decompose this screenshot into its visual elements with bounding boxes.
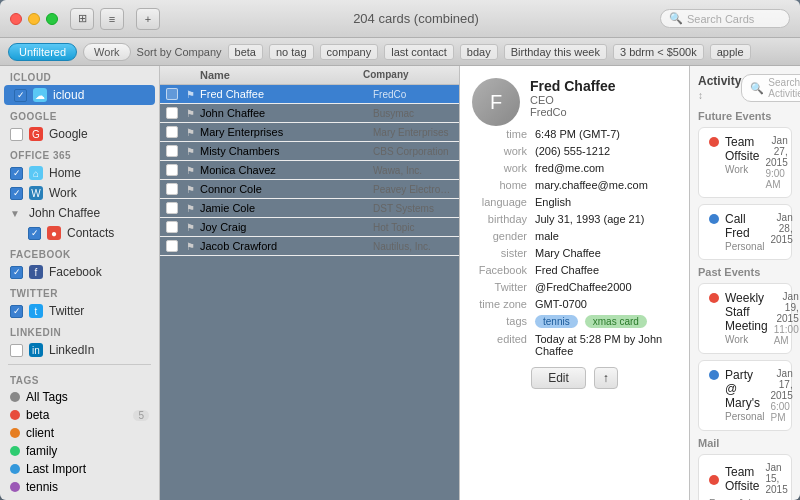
tag-item-Last-Import[interactable]: Last Import: [0, 460, 159, 478]
work-button[interactable]: Work: [83, 43, 130, 61]
filter-bday[interactable]: bday: [460, 44, 498, 60]
unfiltered-button[interactable]: Unfiltered: [8, 43, 77, 61]
minimize-button[interactable]: [28, 13, 40, 25]
google-checkbox[interactable]: [10, 128, 23, 141]
event-date-block: Jan 28, 2015: [770, 212, 792, 245]
detail-field-row: Twitter @FredChaffee2000: [472, 281, 677, 293]
tag-item-All-Tags[interactable]: All Tags: [0, 388, 159, 406]
sidebar-item-office-home[interactable]: ⌂ Home: [0, 163, 159, 183]
activity-search[interactable]: 🔍 Search Activities: [741, 74, 800, 102]
event-date: Jan 17, 2015: [770, 368, 792, 401]
mail-item[interactable]: Team Offsite Jan 15, 2015 From: John Cha…: [698, 454, 792, 500]
facebook-checkbox[interactable]: [10, 266, 23, 279]
filter-company[interactable]: company: [320, 44, 379, 60]
event-dot: [709, 293, 719, 303]
share-button[interactable]: ↑: [594, 367, 618, 389]
name-col-header[interactable]: Name: [200, 69, 363, 81]
linkedin-checkbox[interactable]: [10, 344, 23, 357]
row-checkbox[interactable]: [166, 88, 186, 100]
sidebar-item-contacts[interactable]: ● Contacts: [0, 223, 159, 243]
tag-count: 5: [133, 410, 149, 421]
detail-value: fred@me.com: [535, 162, 677, 174]
google-header: GOOGLE: [0, 105, 159, 124]
contact-row[interactable]: ⚑ Jacob Crawford Nautilus, Inc.: [160, 237, 459, 256]
tag-tennis[interactable]: tennis: [535, 315, 578, 328]
event-info: Weekly Staff Meeting Work: [725, 291, 768, 345]
contacts-checkbox[interactable]: [28, 227, 41, 240]
edit-button[interactable]: Edit: [531, 367, 586, 389]
sidebar-item-facebook[interactable]: f Facebook: [0, 262, 159, 282]
contact-name: Fred Chaffee: [200, 88, 373, 100]
tag-item-client[interactable]: client: [0, 424, 159, 442]
company-col-header[interactable]: Company: [363, 69, 453, 81]
contact-company: Hot Topic: [373, 222, 453, 233]
sidebar-item-icloud[interactable]: ☁ icloud: [4, 85, 155, 105]
add-button[interactable]: +: [136, 8, 160, 30]
tag-item-family[interactable]: family: [0, 442, 159, 460]
grid-view-button[interactable]: ⊞: [70, 8, 94, 30]
past-event-item[interactable]: Weekly Staff Meeting Work Jan 19, 2015 1…: [698, 283, 792, 354]
row-checkbox[interactable]: [166, 164, 186, 176]
contacts-label: Contacts: [67, 226, 114, 240]
filter-apple[interactable]: apple: [710, 44, 751, 60]
office-home-checkbox[interactable]: [10, 167, 23, 180]
office-work-checkbox[interactable]: [10, 187, 23, 200]
row-checkbox[interactable]: [166, 183, 186, 195]
future-event-item[interactable]: Call Fred Personal Jan 28, 2015: [698, 204, 792, 260]
filter-beta[interactable]: beta: [228, 44, 263, 60]
contact-row[interactable]: ⚑ Monica Chavez Wawa, Inc.: [160, 161, 459, 180]
row-checkbox[interactable]: [166, 107, 186, 119]
contact-row[interactable]: ⚑ Jamie Cole DST Systems: [160, 199, 459, 218]
view-icons: ⊞ ≡: [70, 8, 124, 30]
sidebar-item-twitter[interactable]: t Twitter: [0, 301, 159, 321]
filter-notag[interactable]: no tag: [269, 44, 314, 60]
detail-key: work: [472, 162, 527, 174]
row-checkbox[interactable]: [166, 240, 186, 252]
sidebar-item-office-work[interactable]: W Work: [0, 183, 159, 203]
event-date-block: Jan 27, 2015 9:00 AM: [765, 135, 787, 190]
sidebar-item-linkedin[interactable]: in LinkedIn: [0, 340, 159, 360]
contact-row[interactable]: ⚑ Joy Craig Hot Topic: [160, 218, 459, 237]
traffic-lights: [10, 13, 58, 25]
activity-title: Activity ↕: [698, 74, 741, 102]
event-info: Team Offsite Work: [725, 135, 759, 175]
list-view-button[interactable]: ≡: [100, 8, 124, 30]
search-icon: 🔍: [669, 12, 683, 25]
tag-dot: [10, 464, 20, 474]
row-checkbox[interactable]: [166, 221, 186, 233]
detail-value: @FredChaffee2000: [535, 281, 677, 293]
sidebar-item-john-chaffee[interactable]: ▼ John Chaffee: [0, 203, 159, 223]
tag-xmascard[interactable]: xmas card: [585, 315, 647, 328]
contact-rows: ⚑ Fred Chaffee FredCo ⚑ John Chaffee Bus…: [160, 85, 459, 500]
twitter-checkbox[interactable]: [10, 305, 23, 318]
close-button[interactable]: [10, 13, 22, 25]
future-event-item[interactable]: Team Offsite Work Jan 27, 2015 9:00 AM: [698, 127, 792, 198]
contact-row[interactable]: ⚑ Fred Chaffee FredCo: [160, 85, 459, 104]
sidebar-item-google[interactable]: G Google: [0, 124, 159, 144]
filter-lastcontact[interactable]: last contact: [384, 44, 454, 60]
maximize-button[interactable]: [46, 13, 58, 25]
tag-item-beta[interactable]: beta 5: [0, 406, 159, 424]
contact-row[interactable]: ⚑ John Chaffee Busymac: [160, 104, 459, 123]
detail-field-row: work fred@me.com: [472, 162, 677, 174]
contact-row[interactable]: ⚑ Misty Chambers CBS Corporation: [160, 142, 459, 161]
tag-item-xmas-card[interactable]: xmas card 27: [0, 496, 159, 500]
contact-detail: F Fred Chaffee CEO FredCo time 6:48 PM (…: [460, 66, 690, 500]
row-checkbox[interactable]: [166, 202, 186, 214]
row-checkbox[interactable]: [166, 145, 186, 157]
past-event-item[interactable]: Party @ Mary's Personal Jan 17, 2015 6:0…: [698, 360, 792, 431]
contact-row[interactable]: ⚑ Connor Cole Peavey Electronics Corp.: [160, 180, 459, 199]
contact-row[interactable]: ⚑ Mary Enterprises Mary Enterprises: [160, 123, 459, 142]
row-checkbox[interactable]: [166, 126, 186, 138]
event-time: 9:00 AM: [765, 168, 787, 190]
mail-label: Mail: [698, 437, 792, 449]
event-date: Jan 27, 2015: [765, 135, 787, 168]
check-col-header: [166, 69, 186, 81]
event-row: Weekly Staff Meeting Work Jan 19, 2015 1…: [709, 291, 781, 346]
event-name: Party @ Mary's: [725, 368, 764, 410]
search-bar[interactable]: 🔍 Search Cards: [660, 9, 790, 28]
tag-item-tennis[interactable]: tennis: [0, 478, 159, 496]
icloud-checkbox[interactable]: [14, 89, 27, 102]
filter-3bdrm[interactable]: 3 bdrm < $500k: [613, 44, 704, 60]
filter-birthday-week[interactable]: Birthday this week: [504, 44, 607, 60]
